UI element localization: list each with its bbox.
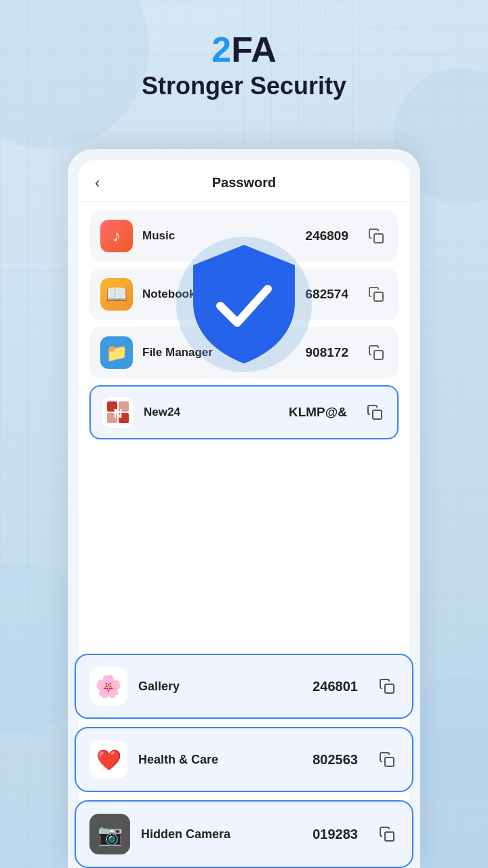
top-bar: ‹ Password	[79, 160, 409, 202]
password-item-health[interactable]: ❤️ Health & Care 802563	[75, 727, 413, 792]
phone-card: ‹ Password ♪ Music 246809	[68, 149, 420, 868]
password-item-hiddencamera[interactable]: 📷 Hidden Camera 019283	[75, 800, 413, 868]
music-icon: ♪	[100, 220, 133, 252]
music-copy-button[interactable]	[365, 224, 388, 248]
camera-copy-button[interactable]	[375, 823, 399, 846]
app-subtitle: Stronger Security	[0, 72, 488, 100]
filemanager-copy-button[interactable]	[365, 341, 388, 364]
music-code: 246809	[306, 229, 348, 243]
svg-text:N: N	[114, 407, 123, 420]
notebook-icon: 📖	[100, 278, 133, 311]
shield-overlay	[190, 241, 298, 367]
svg-rect-0	[374, 234, 383, 243]
camera-app-name: Hidden Camera	[141, 827, 302, 842]
health-app-name: Health & Care	[138, 753, 302, 767]
health-copy-button[interactable]	[375, 748, 399, 771]
filemanager-icon: 📁	[100, 336, 133, 369]
gallery-app-name: Gallery	[138, 679, 302, 694]
filemanager-code: 908172	[306, 345, 348, 360]
news-icon: N	[102, 396, 134, 429]
health-code: 802563	[312, 752, 358, 768]
health-icon: ❤️	[89, 741, 127, 778]
password-item-news[interactable]: N New24 KLMP@&	[89, 385, 399, 439]
back-button[interactable]: ‹	[95, 174, 100, 192]
shield-icon	[190, 241, 298, 367]
svg-rect-2	[374, 351, 383, 359]
svg-rect-8	[373, 410, 382, 419]
svg-rect-10	[385, 757, 394, 766]
svg-rect-11	[385, 832, 394, 841]
camera-icon: 📷	[89, 814, 130, 854]
news-app-name: New24	[144, 406, 279, 419]
news-copy-button[interactable]	[363, 401, 386, 424]
header: 2FA Stronger Security	[0, 0, 488, 114]
page-title: Password	[212, 175, 276, 191]
title-accent: 2	[211, 30, 231, 69]
title-main: FA	[231, 30, 276, 69]
gallery-code: 246801	[312, 679, 358, 694]
notebook-copy-button[interactable]	[365, 283, 388, 306]
gallery-copy-button[interactable]	[375, 675, 399, 698]
gallery-icon: 🌸	[89, 667, 127, 705]
notebook-code: 682574	[306, 287, 348, 302]
app-title: 2FA	[0, 31, 488, 69]
svg-rect-1	[374, 292, 383, 301]
camera-code: 019283	[312, 827, 358, 842]
svg-rect-9	[385, 684, 394, 693]
extended-password-list: 🌸 Gallery 246801 ❤️ Health & Care 802563	[68, 654, 420, 868]
news-code: KLMP@&	[289, 405, 347, 420]
password-item-gallery[interactable]: 🌸 Gallery 246801	[75, 654, 413, 719]
